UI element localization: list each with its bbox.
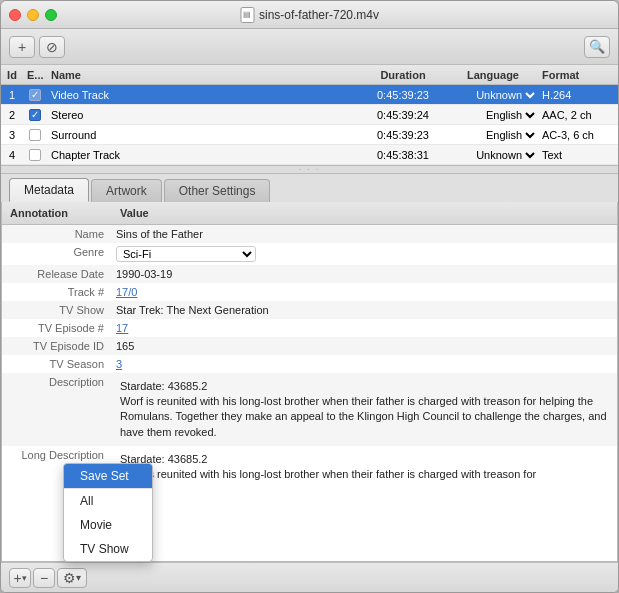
track-id: 3 (1, 129, 23, 141)
language-select[interactable]: Unknown English (452, 88, 538, 102)
meta-label-genre: Genre (2, 243, 112, 265)
metadata-header-row: Annotation Value (2, 202, 617, 224)
track-id: 2 (1, 109, 23, 121)
circle-button[interactable]: ⊘ (39, 36, 65, 58)
metadata-row-description: Description Stardate: 43685.2Worf is reu… (2, 373, 617, 447)
search-icon: 🔍 (589, 39, 605, 54)
language-select[interactable]: English Unknown (452, 108, 538, 122)
add-metadata-button[interactable]: + ▾ (9, 568, 31, 588)
track-format: AAC, 2 ch (538, 109, 618, 121)
meta-value-long-description[interactable]: Stardate: 43685.2Worf is reunited with h… (112, 446, 617, 489)
track-enabled-checkbox[interactable]: ✓ (23, 109, 47, 121)
add-arrow-icon: ▾ (22, 573, 27, 583)
metadata-row-track-num: Track # 17/0 (2, 283, 617, 301)
menu-item-save-set[interactable]: Save Set (64, 464, 152, 488)
fullscreen-button[interactable] (45, 9, 57, 21)
meta-label-description: Description (2, 373, 112, 447)
metadata-row-genre: Genre Sci-Fi Action Drama (2, 243, 617, 265)
col-header-language: Language (448, 69, 538, 81)
menu-item-movie[interactable]: Movie (64, 513, 152, 537)
track-row[interactable]: 3 Surround 0:45:39:23 English Unknown AC… (1, 125, 618, 145)
add-track-button[interactable]: + (9, 36, 35, 58)
track-row[interactable]: 1 ✓ Video Track 0:45:39:23 Unknown Engli… (1, 85, 618, 105)
track-duration: 0:45:39:23 (358, 89, 448, 101)
meta-value-tv-episode[interactable]: 17 (112, 319, 617, 337)
track-name: Stereo (47, 109, 358, 121)
meta-label-tv-show: TV Show (2, 301, 112, 319)
track-table: Id E... Name Duration Language Format 1 … (1, 65, 618, 166)
track-language[interactable]: English Unknown (448, 128, 538, 142)
col-header-format: Format (538, 69, 618, 81)
track-language[interactable]: English Unknown (448, 108, 538, 122)
track-enabled-checkbox[interactable] (23, 129, 47, 141)
track-format: Text (538, 149, 618, 161)
tab-bar: Metadata Artwork Other Settings (1, 174, 618, 202)
col-header-name: Name (47, 69, 358, 81)
track-row[interactable]: 4 Chapter Track 0:45:38:31 Unknown Engli… (1, 145, 618, 165)
checkbox-checked-icon: ✓ (29, 109, 41, 121)
search-button[interactable]: 🔍 (584, 36, 610, 58)
checkbox-checked-icon: ✓ (29, 89, 41, 101)
meta-value-track-num[interactable]: 17/0 (112, 283, 617, 301)
track-table-header: Id E... Name Duration Language Format (1, 65, 618, 85)
tab-artwork[interactable]: Artwork (91, 179, 162, 202)
menu-item-all[interactable]: All (64, 489, 152, 513)
meta-label-track-num: Track # (2, 283, 112, 301)
checkbox-unchecked-icon (29, 129, 41, 141)
col-header-enabled: E... (23, 69, 47, 81)
track-name: Chapter Track (47, 149, 358, 161)
gear-arrow-icon: ▾ (76, 572, 81, 583)
col-header-id: Id (1, 69, 23, 81)
menu-item-tv-show[interactable]: TV Show (64, 537, 152, 561)
meta-value-description[interactable]: Stardate: 43685.2Worf is reunited with h… (112, 373, 617, 447)
track-row[interactable]: 2 ✓ Stereo 0:45:39:24 English Unknown AA… (1, 105, 618, 125)
col-header-duration: Duration (358, 69, 448, 81)
tab-metadata[interactable]: Metadata (9, 178, 89, 202)
metadata-row-tv-season: TV Season 3 (2, 355, 617, 373)
genre-select[interactable]: Sci-Fi Action Drama (116, 246, 256, 262)
checkbox-unchecked-icon (29, 149, 41, 161)
track-id: 1 (1, 89, 23, 101)
track-enabled-checkbox[interactable] (23, 149, 47, 161)
remove-metadata-button[interactable]: − (33, 568, 55, 588)
track-language[interactable]: Unknown English (448, 148, 538, 162)
language-select[interactable]: English Unknown (452, 128, 538, 142)
track-id: 4 (1, 149, 23, 161)
tab-other-settings[interactable]: Other Settings (164, 179, 271, 202)
annotation-header: Annotation (2, 202, 112, 224)
minimize-button[interactable] (27, 9, 39, 21)
track-language[interactable]: Unknown English (448, 88, 538, 102)
meta-value-tv-season[interactable]: 3 (112, 355, 617, 373)
bottom-toolbar: + ▾ − ⚙ ▾ Save Set All Movie TV Show (1, 562, 618, 592)
resize-dots-icon: · · · (299, 165, 320, 174)
metadata-row-tv-episode-id: TV Episode ID 165 (2, 337, 617, 355)
track-duration: 0:45:39:23 (358, 129, 448, 141)
add-icon: + (13, 570, 21, 586)
close-button[interactable] (9, 9, 21, 21)
language-select[interactable]: Unknown English (452, 148, 538, 162)
resize-handle[interactable]: · · · (1, 166, 618, 174)
track-name: Surround (47, 129, 358, 141)
metadata-row-tv-episode: TV Episode # 17 (2, 319, 617, 337)
meta-label-tv-season: TV Season (2, 355, 112, 373)
toolbar: + ⊘ 🔍 (1, 29, 618, 65)
track-duration: 0:45:39:24 (358, 109, 448, 121)
gear-menu-button[interactable]: ⚙ ▾ (57, 568, 87, 588)
metadata-row-tv-show: TV Show Star Trek: The Next Generation (2, 301, 617, 319)
meta-value-tv-show[interactable]: Star Trek: The Next Generation (112, 301, 617, 319)
meta-value-tv-episode-id[interactable]: 165 (112, 337, 617, 355)
metadata-table: Annotation Value Name Sins of the Father… (2, 202, 617, 489)
meta-value-release-date[interactable]: 1990-03-19 (112, 265, 617, 283)
track-duration: 0:45:38:31 (358, 149, 448, 161)
meta-value-genre[interactable]: Sci-Fi Action Drama (112, 243, 617, 265)
gear-icon: ⚙ (63, 570, 76, 586)
track-format: AC-3, 6 ch (538, 129, 618, 141)
metadata-row-name: Name Sins of the Father (2, 224, 617, 243)
preset-dropdown-menu: Save Set All Movie TV Show (63, 463, 153, 562)
track-enabled-checkbox[interactable]: ✓ (23, 89, 47, 101)
main-window: ▤ sins-of-father-720.m4v + ⊘ 🔍 Id E... N… (0, 0, 619, 593)
meta-label-name: Name (2, 224, 112, 243)
meta-label-tv-episode: TV Episode # (2, 319, 112, 337)
meta-value-name[interactable]: Sins of the Father (112, 224, 617, 243)
track-name: Video Track (47, 89, 358, 101)
